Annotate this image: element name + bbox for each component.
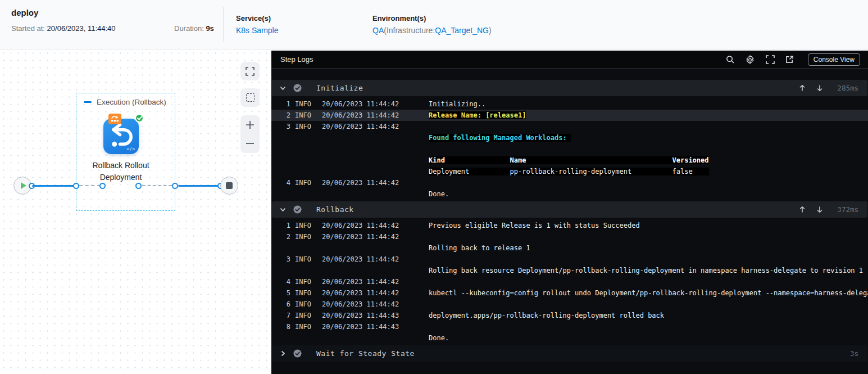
log-line-number: 1 — [278, 220, 290, 231]
infrastructure-open: (Infrastructure: — [384, 26, 435, 35]
service-link[interactable]: K8s Sample — [236, 26, 278, 35]
log-level: INFO — [295, 98, 317, 110]
pipeline-title: deploy — [11, 8, 38, 17]
section-log-body: 1INFO20/06/2023 11:44:42Previous eligibl… — [271, 218, 868, 345]
log-row: Rolling back resource Deployment/pp-roll… — [271, 265, 868, 276]
log-message: Done. — [429, 332, 868, 344]
duration: Duration: 9s — [174, 24, 214, 33]
stage-label: Execution (Rollback) — [97, 98, 166, 106]
log-section-header[interactable]: Wait for Steady State3s — [272, 345, 867, 362]
canvas-select-button[interactable] — [240, 88, 260, 107]
rollback-step-node[interactable]: </> — [103, 119, 139, 154]
started-at: Started at: 20/06/2023, 11:44:40 — [11, 24, 116, 33]
started-at-value: 20/06/2023, 11:44:40 — [47, 24, 116, 33]
log-line-number: 8 — [278, 321, 290, 332]
infrastructure-link[interactable]: QA_Target_NG — [435, 26, 489, 35]
pipeline-graph-canvas[interactable]: Execution (Rollback) </> — [0, 49, 271, 374]
edge-line-end — [178, 185, 221, 187]
gear-icon — [745, 55, 755, 65]
log-timestamp: 20/06/2023 11:44:42 — [322, 98, 429, 110]
services-label: Service(s) — [236, 14, 278, 22]
log-row: 1INFO20/06/2023 11:44:42Previous eligibl… — [271, 220, 868, 231]
log-line-number: 3 — [278, 254, 290, 265]
log-timestamp: 20/06/2023 11:44:42 — [322, 110, 429, 121]
play-icon — [21, 182, 26, 189]
log-line-number: 2 — [278, 231, 290, 242]
log-row: 2INFO20/06/2023 11:44:42 — [271, 231, 868, 242]
log-timestamp: 20/06/2023 11:44:42 — [322, 299, 429, 310]
pipeline-end-node[interactable] — [220, 177, 238, 195]
execution-header: deploy Started at: 20/06/2023, 11:44:40 … — [0, 0, 868, 49]
log-message: Done. — [429, 188, 868, 200]
scroll-to-bottom-button[interactable] — [816, 206, 823, 213]
console-view-button[interactable]: Console View — [808, 53, 860, 66]
log-message: Release Name: [release1] — [429, 110, 868, 121]
scroll-to-bottom-button[interactable] — [816, 84, 823, 92]
log-section-header[interactable]: Rollback372ms — [272, 201, 867, 218]
section-title: Rollback — [316, 205, 354, 214]
log-level: INFO — [295, 220, 317, 231]
zoom-in-button[interactable] — [240, 115, 260, 134]
plus-icon — [246, 120, 255, 129]
section-title: Initialize — [316, 84, 363, 92]
log-message: Deployment pp-rollback-rolling-deploymen… — [429, 166, 868, 177]
section-title: Wait for Steady State — [316, 349, 415, 358]
connector-dot — [135, 183, 142, 189]
canvas-zoom-controls — [240, 115, 260, 153]
log-row: 8INFO20/06/2023 11:44:43 — [271, 321, 868, 332]
header-divider — [223, 7, 224, 42]
chevron-down-icon[interactable] — [280, 85, 286, 91]
log-line-number: 4 — [278, 276, 290, 287]
log-row: 4INFO20/06/2023 11:44:42 — [271, 177, 868, 188]
infrastructure-close: ) — [489, 26, 492, 35]
log-line-number: 3 — [278, 121, 290, 132]
scroll-to-top-button[interactable] — [799, 84, 806, 92]
connector-dot — [172, 183, 178, 189]
environment-link[interactable]: QA — [372, 26, 384, 35]
chevron-down-icon[interactable] — [280, 206, 286, 213]
canvas-fullscreen-button[interactable] — [240, 62, 260, 80]
log-row — [271, 143, 868, 155]
step-logs-title: Step Logs — [280, 55, 313, 64]
log-section-header[interactable]: Initialize285ms — [272, 80, 867, 96]
log-timestamp: 20/06/2023 11:44:42 — [322, 287, 429, 299]
log-message: Kind Name Versioned — [429, 155, 868, 166]
log-row: Kind Name Versioned — [271, 155, 868, 166]
log-level: INFO — [295, 310, 317, 321]
log-sections: Initialize285ms1INFO20/06/2023 11:44:42I… — [271, 80, 868, 362]
expand-logs-button[interactable] — [766, 55, 775, 64]
chevron-right-icon[interactable] — [280, 350, 286, 357]
log-row: 1INFO20/06/2023 11:44:42Initializing.. — [271, 98, 868, 110]
log-timestamp: 20/06/2023 11:44:42 — [322, 177, 429, 188]
edge-dashed-left — [79, 185, 101, 186]
log-message: deployment.apps/pp-rollback-rolling-depl… — [429, 310, 868, 321]
log-row: 7INFO20/06/2023 11:44:43deployment.apps/… — [271, 310, 868, 321]
pipeline-execution-page: deploy Started at: 20/06/2023, 11:44:40 … — [0, 0, 868, 374]
log-level: INFO — [295, 321, 317, 332]
log-level: INFO — [295, 177, 317, 188]
search-logs-button[interactable] — [726, 55, 734, 64]
connector-dot — [99, 183, 106, 189]
log-timestamp: 20/06/2023 11:44:43 — [322, 321, 429, 332]
scroll-to-top-button[interactable] — [799, 206, 806, 213]
log-row: Rolling back to release 1 — [271, 242, 868, 254]
log-level: INFO — [295, 287, 317, 299]
log-settings-button[interactable] — [745, 55, 755, 65]
duration-label: Duration: — [174, 24, 204, 33]
log-level: INFO — [295, 299, 317, 310]
collapse-dash-icon[interactable] — [84, 101, 92, 103]
log-row: 3INFO20/06/2023 11:44:42 — [271, 121, 868, 132]
open-in-new-tab-button[interactable] — [785, 55, 794, 64]
log-row: 2INFO20/06/2023 11:44:42Release Name: [r… — [271, 110, 868, 121]
log-level: INFO — [295, 121, 317, 132]
log-line-number: 4 — [278, 177, 290, 188]
edge-line-start — [32, 185, 76, 187]
section-success-check-icon — [293, 349, 302, 358]
log-message: kubectl --kubeconfig=config rollout undo… — [429, 287, 868, 299]
code-glyph: </> — [127, 147, 135, 152]
log-row: 4INFO20/06/2023 11:44:42 — [271, 276, 868, 287]
log-row: 6INFO20/06/2023 11:44:42 — [271, 299, 868, 310]
zoom-out-button[interactable] — [240, 134, 260, 154]
log-row: Done. — [271, 188, 868, 200]
log-timestamp: 20/06/2023 11:44:42 — [322, 220, 429, 231]
